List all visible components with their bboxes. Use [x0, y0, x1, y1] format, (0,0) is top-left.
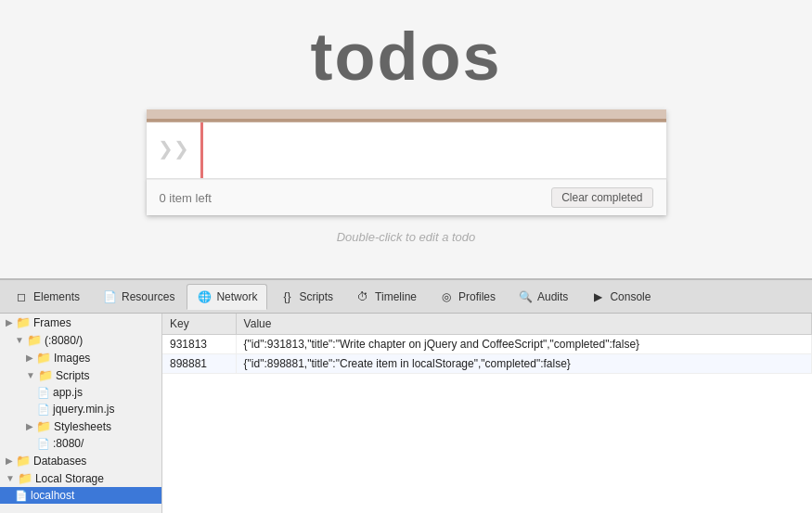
sidebar-item-images[interactable]: ▶ 📁 Images [0, 349, 161, 366]
expand-icon: ▶ [6, 317, 13, 327]
storage-table: Key Value 931813 {"id":931813,"title":"W… [162, 314, 812, 374]
chevron-down-icon: ❯❯ [147, 122, 200, 174]
devtools-sidebar: ▶ 📁 Frames ▼ 📁 (:8080/) ▶ 📁 Images ▼ 📁 S… [0, 314, 162, 513]
tab-network[interactable]: 🌐 Network [187, 284, 267, 310]
item-count-label: 0 item left [160, 191, 212, 205]
sidebar-item-8080-2[interactable]: 📄 :8080/ [0, 435, 161, 452]
sidebar-item-images-label: Images [54, 352, 90, 365]
sidebar-item-scripts-label: Scripts [56, 369, 90, 382]
audits-icon: 🔍 [518, 289, 533, 304]
sidebar-item-localhost-label: localhost [31, 489, 74, 502]
network-icon: 🌐 [197, 289, 212, 304]
expand-icon: ▼ [26, 370, 35, 380]
storage-key: 931813 [162, 335, 236, 354]
sidebar-item-frames[interactable]: ▶ 📁 Frames [0, 314, 161, 331]
storage-value: {"id":898881,"title":"Create item in loc… [236, 354, 811, 374]
tab-console-label: Console [610, 290, 651, 303]
tab-audits-label: Audits [537, 290, 568, 303]
sidebar-item-jqueryminjs-label: jquery.min.js [53, 403, 114, 416]
file-icon: 📄 [37, 387, 50, 399]
timeline-icon: ⏱ [355, 289, 370, 304]
folder-icon: 📁 [27, 333, 42, 347]
sidebar-item-stylesheets-label: Stylesheets [54, 420, 111, 433]
sidebar-item-jqueryminjs[interactable]: 📄 jquery.min.js [0, 401, 161, 417]
tab-scripts-label: Scripts [299, 290, 333, 303]
sidebar-item-appjs[interactable]: 📄 app.js [0, 384, 161, 401]
tab-scripts[interactable]: {} Scripts [269, 284, 343, 310]
sidebar-item-localhost[interactable]: 📄 localhost [0, 487, 161, 504]
devtools-panel: ◻ Elements 📄 Resources 🌐 Network {} Scri… [0, 278, 812, 513]
elements-icon: ◻ [14, 289, 29, 304]
resources-icon: 📄 [102, 289, 117, 304]
sidebar-item-databases[interactable]: ▶ 📁 Databases [0, 452, 161, 469]
tab-elements[interactable]: ◻ Elements [4, 284, 90, 310]
sidebar-item-local-storage[interactable]: ▼ 📁 Local Storage [0, 469, 161, 487]
devtools-tabs: ◻ Elements 📄 Resources 🌐 Network {} Scri… [0, 280, 812, 314]
file-icon: 📄 [37, 438, 50, 450]
file-icon: 📄 [15, 490, 28, 502]
profiles-icon: ◎ [439, 289, 454, 304]
table-row: 931813 {"id":931813,"title":"Write chapt… [162, 335, 812, 354]
folder-icon: 📁 [36, 419, 51, 433]
folder-icon: 📁 [38, 368, 53, 382]
tab-timeline[interactable]: ⏱ Timeline [345, 284, 427, 310]
sidebar-item-appjs-label: app.js [53, 386, 83, 399]
tab-elements-label: Elements [33, 290, 80, 303]
storage-value: {"id":931813,"title":"Write chapter on j… [236, 335, 811, 354]
sidebar-item-stylesheets[interactable]: ▶ 📁 Stylesheets [0, 417, 161, 435]
file-icon: 📄 [37, 404, 50, 416]
table-row: 898881 {"id":898881,"title":"Create item… [162, 354, 812, 374]
column-header-value: Value [236, 314, 811, 335]
expand-icon: ▶ [6, 455, 13, 466]
folder-icon: 📁 [16, 454, 31, 468]
expand-icon: ▼ [6, 473, 15, 483]
tab-console[interactable]: ▶ Console [580, 284, 661, 310]
todo-footer: 0 item left Clear completed [147, 179, 666, 215]
storage-key: 898881 [162, 354, 236, 374]
tab-resources-label: Resources [122, 290, 174, 303]
column-header-key: Key [162, 314, 236, 335]
tab-network-label: Network [216, 290, 257, 303]
tab-profiles[interactable]: ◎ Profiles [429, 284, 506, 310]
console-icon: ▶ [590, 289, 605, 304]
app-title: todos [311, 19, 502, 95]
todo-input-area: ❯❯ [147, 122, 666, 179]
todo-header-bar [147, 109, 666, 122]
todo-input-line[interactable] [200, 122, 666, 178]
folder-icon: 📁 [18, 471, 32, 485]
sidebar-item-8080-label: (:8080/) [45, 334, 83, 347]
tab-timeline-label: Timeline [375, 290, 417, 303]
folder-icon: 📁 [36, 351, 51, 365]
clear-completed-button[interactable]: Clear completed [551, 187, 652, 208]
tab-audits[interactable]: 🔍 Audits [508, 284, 578, 310]
todo-container: ❯❯ 0 item left Clear completed [147, 109, 666, 215]
scripts-icon: {} [279, 289, 294, 304]
todo-hint: Double-click to edit a todo [322, 215, 491, 259]
expand-icon: ▶ [26, 353, 33, 363]
expand-icon: ▶ [26, 421, 33, 431]
sidebar-item-databases-label: Databases [33, 455, 86, 468]
tab-resources[interactable]: 📄 Resources [92, 284, 185, 310]
sidebar-item-8080[interactable]: ▼ 📁 (:8080/) [0, 331, 161, 349]
sidebar-item-local-storage-label: Local Storage [35, 472, 104, 485]
app-area: todos ❯❯ 0 item left Clear completed Dou… [0, 0, 812, 278]
sidebar-item-scripts[interactable]: ▼ 📁 Scripts [0, 366, 161, 384]
tab-profiles-label: Profiles [458, 290, 496, 303]
expand-icon: ▼ [15, 335, 24, 345]
sidebar-item-frames-label: Frames [33, 316, 71, 329]
devtools-body: ▶ 📁 Frames ▼ 📁 (:8080/) ▶ 📁 Images ▼ 📁 S… [0, 314, 812, 513]
sidebar-item-8080-2-label: :8080/ [53, 437, 84, 450]
devtools-main: Key Value 931813 {"id":931813,"title":"W… [162, 314, 812, 513]
folder-icon: 📁 [16, 315, 31, 329]
